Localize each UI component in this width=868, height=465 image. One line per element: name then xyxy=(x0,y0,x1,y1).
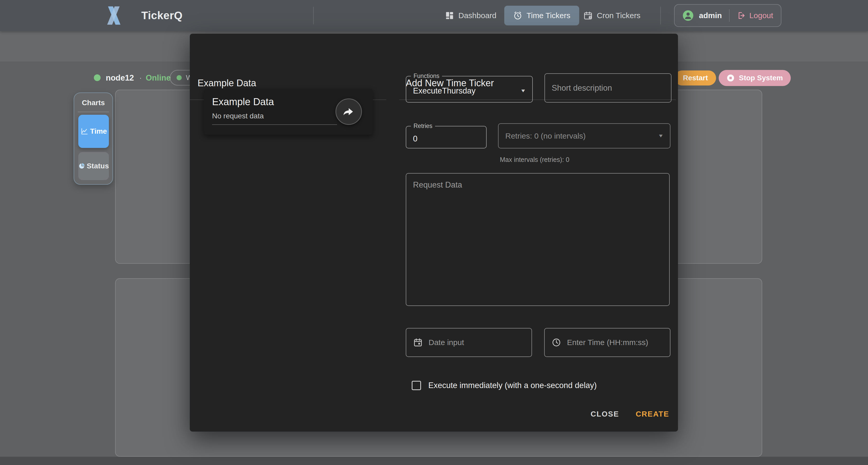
pie-chart-icon xyxy=(78,162,85,170)
brand-title: TickerQ xyxy=(141,0,183,31)
navbar-divider xyxy=(660,7,661,24)
short-description-input[interactable] xyxy=(545,73,672,103)
functions-select[interactable]: Functions ExecuteThursday ▼ xyxy=(406,72,533,103)
chart-status-button[interactable]: Status xyxy=(78,152,109,180)
functions-value: ExecuteThursday xyxy=(413,86,475,96)
create-button[interactable]: CREATE xyxy=(636,410,669,419)
chevron-down-icon: ▼ xyxy=(520,88,526,94)
user-name: admin xyxy=(699,11,722,20)
nav-item-label: Dashboard xyxy=(458,11,496,20)
date-placeholder: Date input xyxy=(429,338,464,347)
nav-item-cron-tickers[interactable]: Cron Tickers xyxy=(583,0,640,31)
alarm-clock-icon xyxy=(513,11,522,20)
node-status: Online xyxy=(146,73,170,82)
line-chart-icon xyxy=(81,127,89,135)
max-intervals-hint: Max intervals (retries): 0 xyxy=(500,156,569,163)
retry-intervals-placeholder: Retries: 0 (no intervals) xyxy=(505,132,586,140)
add-time-ticker-modal: Example Data Example Data No request dat… xyxy=(190,34,678,432)
dashboard-grid-icon xyxy=(445,11,454,20)
checkbox-icon[interactable] xyxy=(412,381,421,390)
charts-panel-divider xyxy=(78,112,109,112)
chevron-down-icon: ▼ xyxy=(658,133,664,139)
time-input[interactable]: Enter Time (HH:mm:ss) xyxy=(544,328,671,357)
calendar-refresh-icon xyxy=(583,11,593,20)
nav-item-label: Cron Tickers xyxy=(597,11,640,20)
nav-item-time-tickers[interactable]: Time Tickers xyxy=(504,6,579,25)
chart-time-button[interactable]: Time xyxy=(78,115,109,148)
navbar-divider xyxy=(313,7,314,24)
date-input[interactable]: Date input xyxy=(406,328,532,357)
websocket-dot xyxy=(177,75,182,80)
nav-item-label: Time Tickers xyxy=(527,11,570,20)
request-data-textarea[interactable] xyxy=(406,173,670,306)
footer-strip xyxy=(0,457,868,465)
restart-button[interactable]: Restart xyxy=(675,70,716,86)
example-data-card-title: Example Data xyxy=(212,96,274,107)
calendar-icon xyxy=(413,337,423,347)
example-data-card-subtitle: No request data xyxy=(212,112,264,120)
logout-label: Logout xyxy=(749,11,773,20)
time-placeholder: Enter Time (HH:mm:ss) xyxy=(567,338,648,347)
logout-icon xyxy=(737,11,746,20)
charts-panel-title: Charts xyxy=(74,99,113,107)
stop-system-label: Stop System xyxy=(739,74,783,82)
share-arrow-icon xyxy=(343,106,355,118)
node-separator: · xyxy=(139,73,142,82)
execute-immediately-checkbox-row[interactable]: Execute immediately (with a one-second d… xyxy=(412,381,597,390)
functions-label: Functions xyxy=(411,72,442,79)
stop-system-button[interactable]: Stop System xyxy=(719,70,791,86)
clock-icon xyxy=(552,337,561,347)
example-data-panel-title: Example Data xyxy=(197,78,256,89)
apply-example-button[interactable] xyxy=(336,98,362,125)
chart-time-label: Time xyxy=(90,127,107,135)
retries-value: 0 xyxy=(413,134,417,143)
modal-actions: CLOSE CREATE xyxy=(591,410,669,419)
user-pill-divider xyxy=(729,9,730,22)
retries-field[interactable]: Retries 0 xyxy=(406,123,487,148)
nav-item-dashboard[interactable]: Dashboard xyxy=(445,0,496,31)
tickerq-logo-icon xyxy=(102,5,126,26)
user-pill: admin Logout xyxy=(674,4,781,27)
chart-status-label: Status xyxy=(87,162,109,170)
charts-panel: Charts Time Status xyxy=(74,93,113,185)
example-data-card[interactable]: Example Data No request data xyxy=(204,89,373,135)
close-button[interactable]: CLOSE xyxy=(591,410,619,419)
user-avatar-icon xyxy=(682,10,694,21)
restart-label: Restart xyxy=(683,74,708,82)
retries-label: Retries xyxy=(411,123,435,130)
logout-button[interactable]: Logout xyxy=(737,11,773,20)
retry-intervals-select[interactable]: Retries: 0 (no intervals) ▼ xyxy=(498,123,671,148)
stop-circle-icon xyxy=(726,74,735,82)
example-data-card-underline xyxy=(212,124,337,125)
execute-immediately-label: Execute immediately (with a one-second d… xyxy=(428,381,597,390)
node-online-dot xyxy=(94,74,101,81)
node-name: node12 xyxy=(106,73,134,82)
navbar: TickerQ Dashboard Time Tickers Cron Tick… xyxy=(0,0,868,31)
